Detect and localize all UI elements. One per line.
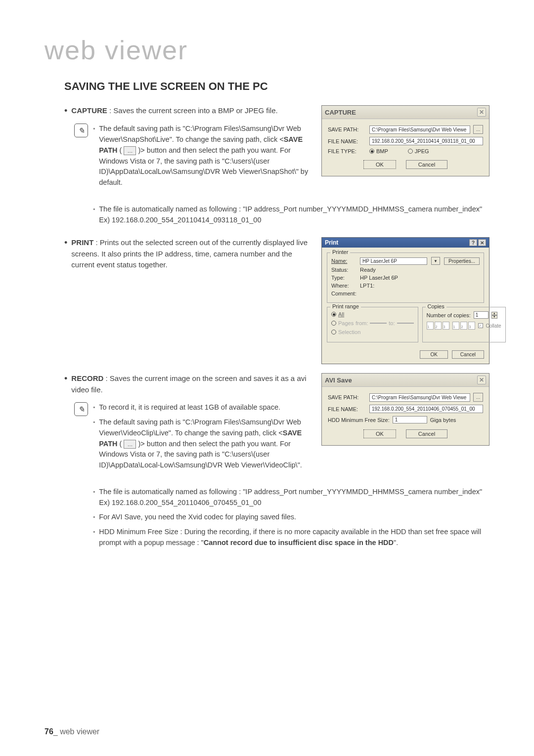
note-marker-icon: ▪ (93, 124, 95, 188)
note-marker-icon: ▪ (93, 417, 95, 471)
cancel-button[interactable]: Cancel (452, 350, 484, 359)
section-heading: SAVING THE LIVE SCREEN ON THE PC (64, 80, 490, 93)
print-dialog-title: Print (325, 239, 338, 246)
type-value: HP LaserJet 6P (360, 275, 398, 281)
ok-button[interactable]: OK (363, 429, 396, 438)
capture-desc: : Saves the current screen into a BMP or… (107, 106, 278, 115)
print-item: • PRINT : Prints out the selected screen… (64, 237, 312, 271)
browse-button[interactable]: … (473, 393, 483, 402)
record-note-1: To record it, it is required at least 1G… (99, 402, 312, 413)
range-all[interactable]: All (331, 311, 414, 317)
close-icon[interactable]: ✕ (478, 239, 486, 246)
print-term: PRINT (71, 238, 93, 247)
note-marker-icon: ▪ (93, 527, 95, 548)
record-note-2: The default saving path is "C:\Program F… (99, 417, 312, 471)
capture-item: • CAPTURE : Saves the current screen int… (64, 105, 312, 117)
save-path-input[interactable]: C:\Program Files\Samsung\Dvr Web Viewe (369, 126, 470, 134)
save-path-inline-btn: … (124, 440, 136, 449)
avi-save-dialog: AVI Save ✕ SAVE PATH: C:\Program Files\S… (321, 373, 490, 446)
collate-checkbox: ✓ (478, 323, 483, 328)
capture-dialog-title: CAPTURE (325, 109, 356, 116)
radio-bmp[interactable]: BMP (369, 148, 388, 154)
where-label: Where: (331, 283, 356, 289)
comment-label: Comment: (331, 291, 356, 296)
file-name-label: FILE NAME: (328, 406, 366, 412)
close-icon[interactable]: ✕ (477, 108, 486, 117)
hdd-input[interactable]: 1 (393, 416, 427, 423)
status-value: Ready (360, 267, 376, 273)
save-path-inline-btn: … (124, 146, 136, 156)
page-footer: 76_ web viewer (44, 727, 99, 736)
save-path-label: SAVE PATH: (328, 394, 366, 400)
print-dialog: Print ? ✕ Printer Name: HP LaserJet 6P ▼… (321, 237, 490, 364)
printer-name-select[interactable]: HP LaserJet 6P (360, 257, 427, 265)
note-icon: ✎ (74, 402, 88, 416)
range-selection: Selection (331, 329, 414, 335)
note-marker-icon: ▪ (93, 402, 95, 413)
record-note-4: For AVI Save, you need the Xvid codec fo… (99, 512, 490, 523)
capture-note-2: The file is automatically named as follo… (99, 204, 490, 226)
page-number: 76 (44, 727, 53, 736)
copies-label: Number of copies: (427, 312, 471, 318)
hdd-label: HDD Minimum Free Size: (328, 417, 390, 423)
file-type-label: FILE TYPE: (328, 148, 366, 154)
range-legend: Print range (330, 303, 361, 309)
type-label: Type: (331, 275, 356, 281)
close-icon[interactable]: ✕ (477, 376, 486, 384)
note-marker-icon: ▪ (93, 487, 95, 508)
spin-down-icon[interactable]: ▼ (491, 315, 497, 319)
note-marker-icon: ▪ (93, 204, 95, 226)
collate-label: Collate (486, 323, 501, 329)
where-value: LPT1: (360, 283, 374, 289)
file-name-input[interactable]: 192.168.0.200_554_20110406_070455_01_00 (369, 405, 483, 413)
radio-jpeg[interactable]: JPEG (408, 148, 429, 154)
properties-button[interactable]: Properties... (444, 257, 480, 265)
cancel-button[interactable]: Cancel (406, 429, 447, 438)
printer-legend: Printer (330, 249, 350, 255)
bullet-icon: • (64, 373, 67, 395)
hdd-unit: Giga bytes (430, 417, 456, 423)
cancel-button[interactable]: Cancel (406, 160, 447, 169)
copies-legend: Copies (426, 303, 446, 309)
spin-up-icon[interactable]: ▲ (491, 312, 497, 315)
bullet-icon: • (64, 237, 67, 271)
avi-dialog-title: AVI Save (325, 377, 352, 384)
record-note-3: The file is automatically named as follo… (99, 487, 490, 508)
status-label: Status: (331, 267, 356, 273)
record-note-5: HDD Minimum Free Size : During the recor… (99, 527, 490, 548)
page-title: web viewer (44, 35, 490, 65)
file-name-label: FILE NAME: (328, 138, 366, 144)
bullet-icon: • (64, 105, 67, 117)
note-marker-icon: ▪ (93, 512, 95, 523)
record-term: RECORD (71, 374, 103, 382)
capture-term: CAPTURE (71, 106, 107, 115)
record-item: • RECORD : Saves the current image on th… (64, 373, 312, 395)
help-icon[interactable]: ? (469, 239, 477, 246)
browse-button[interactable]: … (473, 125, 483, 134)
save-path-input[interactable]: C:\Program Files\Samsung\Dvr Web Viewe (369, 393, 470, 402)
record-desc: : Saves the current image on the screen … (71, 374, 306, 394)
print-desc: : Prints out the selected screen out of … (71, 238, 308, 269)
copies-input[interactable]: 1 (474, 311, 489, 319)
ok-button[interactable]: OK (420, 350, 447, 359)
save-path-label: SAVE PATH: (328, 126, 366, 132)
name-label: Name: (331, 258, 356, 264)
dropdown-icon[interactable]: ▼ (431, 257, 440, 265)
ok-button[interactable]: OK (363, 160, 396, 169)
file-name-input[interactable]: 192.168.0.200_554_20110414_093118_01_00 (369, 137, 483, 145)
capture-dialog: CAPTURE ✕ SAVE PATH: C:\Program Files\Sa… (321, 105, 490, 176)
note-icon: ✎ (74, 124, 88, 137)
capture-note-1: The default saving path is "C:\Program F… (99, 124, 312, 188)
range-pages: Pages from: to: (331, 320, 414, 326)
